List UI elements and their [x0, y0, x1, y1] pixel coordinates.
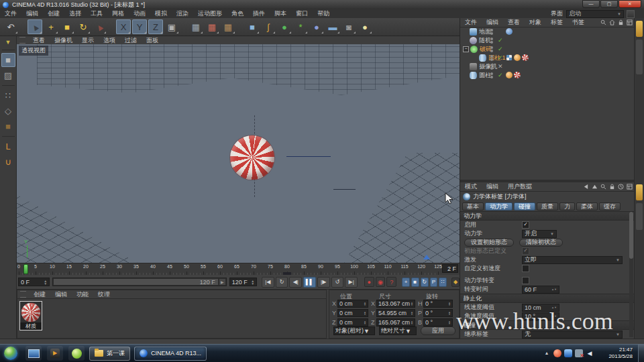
lock-icon[interactable] [609, 184, 615, 190]
keyframe-preset-button[interactable]: ◆ [451, 278, 460, 287]
add-light-button[interactable]: ● [358, 19, 372, 34]
spinner-arrows-icon[interactable]: ▲▼ [549, 306, 557, 309]
record-keyframe-button[interactable]: ● [364, 277, 374, 287]
display-tag[interactable] [506, 54, 513, 61]
record-parameter-toggle[interactable]: P [430, 278, 438, 287]
goto-start-button[interactable]: |◀ [262, 277, 274, 288]
tab-基本[interactable]: 基本 [462, 202, 484, 210]
attribute-scrollbar[interactable] [629, 212, 633, 337]
enabled-check-icon[interactable]: ✓ [498, 37, 503, 44]
spinner-arrows-icon[interactable]: ▲▼ [411, 320, 413, 324]
tray-expand-icon[interactable]: ▲ [543, 349, 551, 357]
disabled-cross-icon[interactable]: ✕ [498, 63, 503, 70]
render-visibility-dot[interactable] [490, 58, 493, 61]
compositing-tag[interactable] [506, 28, 513, 35]
move-tool[interactable]: + [44, 19, 58, 34]
object-row[interactable]: 随机✓ [460, 36, 635, 45]
action-button[interactable]: 清除初状态 [519, 239, 563, 247]
number-field[interactable]: 60 F▲▼ [522, 286, 559, 294]
media-player-icon[interactable]: ▶ [47, 346, 63, 361]
attribute-menu-item[interactable]: 编辑 [482, 182, 503, 191]
tab-碰撞[interactable]: 碰撞 [514, 202, 535, 210]
enabled-check-icon[interactable]: ✓ [498, 54, 503, 61]
viewport-visibility-dot[interactable] [490, 29, 493, 32]
back-icon[interactable] [583, 184, 589, 190]
candy-texture-tag[interactable] [522, 54, 529, 61]
phong-tag[interactable] [514, 54, 521, 61]
live-selection-tool[interactable]: ▲ [28, 19, 42, 34]
object-row[interactable]: 地面 [460, 27, 635, 36]
add-camera-button[interactable]: ◙ [341, 19, 356, 34]
edges-mode-button[interactable]: ◇ [1, 104, 15, 118]
volume-icon[interactable]: ◀ [586, 349, 594, 357]
menubar-item[interactable]: 文件 [0, 9, 21, 18]
restore-button[interactable]: ▢ [600, 0, 618, 8]
tab-缓存[interactable]: 缓存 [599, 202, 621, 210]
dropdown[interactable]: 无▼ [522, 330, 623, 339]
range-start-field[interactable]: 0 F▲▼ [18, 278, 50, 286]
apply-button[interactable]: 应用 [421, 326, 455, 335]
spinner-arrows-icon[interactable]: ▲▼ [448, 311, 451, 315]
timeline-ruler[interactable]: 0510152025303540455055606570758085909510… [17, 263, 460, 276]
scrollbar-handle[interactable]: 120 F [54, 279, 217, 285]
palette-tab[interactable] [636, 184, 643, 200]
spinner-arrows-icon[interactable]: ▲▼ [364, 302, 366, 306]
menubar-item[interactable]: 插件 [248, 9, 270, 18]
object-name[interactable]: 随机 [479, 36, 491, 45]
render-visibility-dot[interactable] [490, 67, 493, 70]
tab-动力学[interactable]: 动力学 [485, 202, 513, 210]
viewport-menu-item[interactable]: 显示 [77, 36, 99, 45]
render-settings-button[interactable]: ▦ [221, 19, 235, 34]
visibility-dots[interactable] [490, 64, 494, 70]
menubar-item[interactable]: 动画 [129, 9, 150, 18]
menubar-item[interactable]: 选择 [64, 9, 86, 18]
spinner-arrows-icon[interactable]: ▲▼ [364, 311, 366, 315]
current-frame-field[interactable]: 2 F [442, 264, 458, 273]
viewport-visibility-dot[interactable] [490, 64, 493, 66]
visibility-dots[interactable] [490, 46, 494, 53]
phong-tag[interactable] [506, 72, 513, 78]
add-environment-button[interactable]: ▬ [325, 19, 340, 34]
layout-dropdown[interactable]: 启动 ▼ [566, 10, 624, 18]
object-row[interactable]: −破碎✓ [460, 45, 635, 54]
coord-field-position-X[interactable]: 0 cm▲▼ [337, 300, 368, 308]
coord-mode-dropdown[interactable]: 对象(相对) ▼ [333, 326, 375, 335]
menubar-item[interactable]: 窗口 [291, 9, 313, 18]
timeline-playhead[interactable] [23, 264, 28, 274]
coord-field-rotation-B[interactable]: 0 °▲▼ [423, 318, 453, 326]
layout-grid-icon[interactable] [627, 10, 635, 18]
scale-tool[interactable]: ■ [60, 19, 74, 34]
viewport-menu-item[interactable]: 查看 [28, 36, 50, 45]
render-visibility-dot[interactable] [490, 50, 493, 52]
enabled-check-icon[interactable]: ✓ [498, 72, 503, 78]
spinner-arrows-icon[interactable]: ▲▼ [448, 302, 451, 306]
coord-field-position-Y[interactable]: 0 cm▲▼ [337, 309, 368, 317]
play-reverse-button[interactable]: ↺ [331, 277, 344, 288]
object-row[interactable]: 圆柱✓ [460, 71, 635, 80]
spinner-arrows-icon[interactable]: ▲▼ [549, 314, 557, 318]
palette-tab[interactable] [636, 40, 643, 74]
number-field[interactable]: 10 cm▲▼ [522, 304, 559, 312]
material-menu-item[interactable]: 创建 [29, 290, 50, 299]
viewport-visibility-dot[interactable] [490, 55, 493, 58]
polygons-mode-button[interactable]: ■ [1, 119, 15, 133]
next-frame-button[interactable]: |▶ [317, 277, 330, 288]
material-menu-item[interactable]: 功能 [72, 290, 93, 299]
object-row[interactable]: 圆柱.1✓ [460, 54, 635, 62]
lock-x-axis-button[interactable]: X [116, 19, 131, 34]
checkbox[interactable] [522, 277, 529, 284]
scrollbar-arrow-icon[interactable]: ▶ [219, 279, 225, 285]
number-field[interactable]: 10 °▲▼ [522, 312, 559, 320]
prev-frame-button[interactable]: ◀| [289, 277, 302, 288]
viewport-view-label[interactable]: 透视视图 [19, 46, 48, 56]
taskbar-app-folder[interactable]: 第一课 [89, 347, 130, 361]
spinner-arrows-icon[interactable]: ▲▼ [364, 320, 366, 324]
taskbar-app-cinema4d[interactable]: CINEMA 4D R13... [134, 347, 207, 361]
convert-to-editable-button[interactable]: ▼ [1, 38, 15, 47]
coord-field-size-X[interactable]: 163.067 cm▲▼ [376, 300, 415, 308]
taskbar-clock[interactable]: 21:47 2013/5/28 [598, 347, 633, 360]
viewport-menu-item[interactable]: 面板 [142, 36, 163, 45]
candy-texture-tag[interactable] [514, 72, 521, 78]
add-deformer-button[interactable]: ● [309, 19, 324, 34]
menubar-item[interactable]: 网格 [107, 9, 129, 18]
